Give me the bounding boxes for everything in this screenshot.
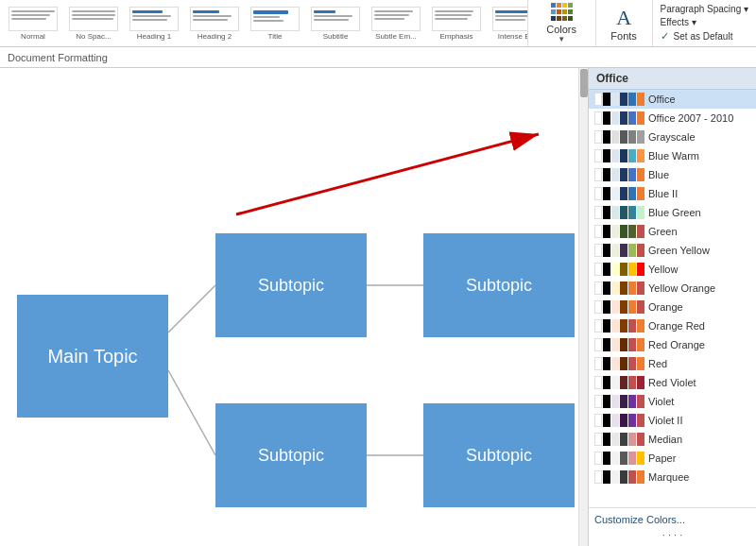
fonts-button[interactable]: A Fonts <box>596 0 653 46</box>
theme-name-label: Marquee <box>648 471 689 483</box>
theme-name-label: Violet <box>648 396 674 407</box>
colors-chevron-icon: ▼ <box>558 35 565 43</box>
checkmark-icon: ✓ <box>661 30 669 43</box>
styles-gallery: NormalNo Spac...Heading 1Heading 2TitleS… <box>0 0 528 46</box>
theme-item[interactable]: Blue Warm <box>589 146 756 165</box>
theme-item[interactable]: Yellow Orange <box>589 279 756 298</box>
main-area: Main Topic Subtopic Subtopic Subtopic Su… <box>0 68 756 546</box>
theme-name-label: Violet II <box>648 415 683 426</box>
main-topic-box: Main Topic <box>17 295 168 418</box>
doc-format-label: Document Formatting <box>8 52 108 63</box>
theme-name-label: Median <box>648 434 682 445</box>
theme-item[interactable]: Marquee <box>589 468 756 486</box>
dropdown-header: Office <box>589 68 756 90</box>
svg-line-0 <box>168 285 215 333</box>
dropdown-footer: Customize Colors... · · · · <box>589 507 756 546</box>
theme-name-label: Blue Warm <box>648 150 699 162</box>
theme-item[interactable]: Office <box>589 90 756 109</box>
style-item-emphasis[interactable]: Emphasis <box>427 4 486 43</box>
subtopic-3-label: Subtopic <box>258 446 324 466</box>
theme-name-label: Blue Green <box>648 207 701 218</box>
style-item-heading1[interactable]: Heading 1 <box>125 4 183 43</box>
scrollbar-thumb[interactable] <box>580 69 588 97</box>
theme-item[interactable]: Office 2007 - 2010 <box>589 109 756 128</box>
arrow-annotation <box>208 120 567 233</box>
style-item-intense[interactable]: Intense E... <box>488 4 528 43</box>
effects-label: Effects ▾ <box>661 17 696 27</box>
svg-line-1 <box>168 370 215 455</box>
dropdown-header-label: Office <box>596 72 628 85</box>
paragraph-spacing-label: Paragraph Spacing ▾ <box>661 4 748 14</box>
theme-name-label: Office <box>648 94 676 105</box>
style-item-normal[interactable]: Normal <box>4 4 62 43</box>
style-item-title[interactable]: Title <box>246 4 304 43</box>
theme-item[interactable]: Blue Green <box>589 203 756 222</box>
theme-item[interactable]: Blue <box>589 165 756 184</box>
theme-item[interactable]: Median <box>589 430 756 449</box>
theme-name-label: Blue <box>648 169 669 180</box>
colors-button[interactable]: Colors ▼ <box>528 0 596 46</box>
colors-icon <box>546 3 576 22</box>
theme-name-label: Orange <box>648 301 683 313</box>
theme-item[interactable]: Orange Red <box>589 316 756 335</box>
theme-item[interactable]: Grayscale <box>589 128 756 146</box>
theme-item[interactable]: Orange <box>589 298 756 316</box>
theme-name-label: Orange Red <box>648 320 705 332</box>
style-item-nospace[interactable]: No Spac... <box>64 4 123 43</box>
theme-item[interactable]: Yellow <box>589 260 756 279</box>
style-item-subtitle[interactable]: Subtitle <box>306 4 365 43</box>
theme-name-label: Yellow Orange <box>648 282 715 294</box>
theme-item[interactable]: Violet II <box>589 411 756 430</box>
theme-name-label: Green Yellow <box>648 245 710 256</box>
subtopic-4-label: Subtopic <box>466 446 532 466</box>
theme-name-label: Green <box>648 226 678 237</box>
theme-name-label: Paper <box>648 452 676 464</box>
style-item-subtle[interactable]: Subtle Em... <box>367 4 425 43</box>
subtopic-1-label: Subtopic <box>258 276 324 296</box>
style-item-heading2[interactable]: Heading 2 <box>185 4 244 43</box>
set-default-button[interactable]: ✓ Set as Default <box>661 30 748 43</box>
theme-name-label: Red Orange <box>648 339 705 350</box>
subtopic-box-4: Subtopic <box>423 403 575 507</box>
subtopic-box-1: Subtopic <box>215 233 367 337</box>
theme-name-label: Office 2007 - 2010 <box>648 112 733 124</box>
theme-item[interactable]: Violet <box>589 392 756 411</box>
theme-item[interactable]: Green <box>589 222 756 241</box>
subtopic-box-2: Subtopic <box>423 233 575 337</box>
subtopic-box-3: Subtopic <box>215 403 367 507</box>
scrollbar-track[interactable] <box>578 68 588 546</box>
main-topic-label: Main Topic <box>47 346 137 367</box>
effects-button[interactable]: Effects ▾ <box>661 17 748 27</box>
ribbon: NormalNo Spac...Heading 1Heading 2TitleS… <box>0 0 756 47</box>
theme-item[interactable]: Red Orange <box>589 335 756 354</box>
colors-dropdown-panel: Office OfficeOffice 2007 - 2010Grayscale… <box>588 68 756 546</box>
set-default-label: Set as Default <box>674 31 733 42</box>
ribbon-options: Paragraph Spacing ▾ Effects ▾ ✓ Set as D… <box>653 0 756 46</box>
subtopic-2-label: Subtopic <box>466 276 532 296</box>
theme-item[interactable]: Paper <box>589 449 756 468</box>
theme-name-label: Yellow <box>648 264 678 275</box>
more-label: · · · · <box>594 527 750 542</box>
theme-name-label: Red Violet <box>648 377 696 388</box>
paragraph-spacing-button[interactable]: Paragraph Spacing ▾ <box>661 4 748 14</box>
theme-name-label: Grayscale <box>648 131 696 143</box>
fonts-icon: A <box>616 6 631 30</box>
theme-item[interactable]: Red Violet <box>589 373 756 392</box>
colors-label: Colors <box>546 24 576 35</box>
themes-list[interactable]: OfficeOffice 2007 - 2010GrayscaleBlue Wa… <box>589 90 756 507</box>
customize-colors-button[interactable]: Customize Colors... <box>594 512 750 527</box>
fonts-label: Fonts <box>610 30 637 42</box>
svg-line-5 <box>236 134 539 214</box>
theme-name-label: Blue II <box>648 188 678 199</box>
theme-item[interactable]: Red <box>589 354 756 373</box>
doc-format-bar: Document Formatting <box>0 47 756 68</box>
theme-item[interactable]: Blue II <box>589 184 756 203</box>
theme-name-label: Red <box>648 358 667 369</box>
theme-item[interactable]: Green Yellow <box>589 241 756 260</box>
